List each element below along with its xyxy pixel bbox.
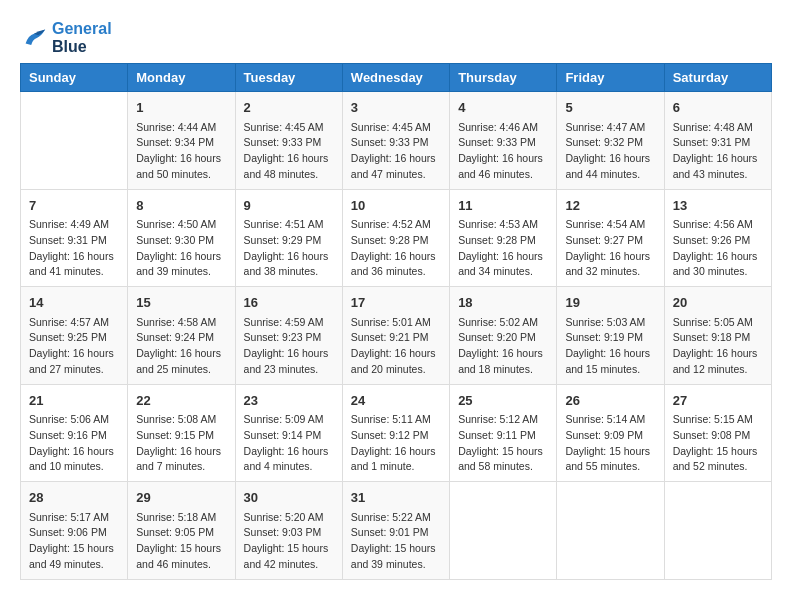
- day-number: 16: [244, 293, 334, 313]
- day-number: 23: [244, 391, 334, 411]
- calendar-cell: 16Sunrise: 4:59 AM Sunset: 9:23 PM Dayli…: [235, 287, 342, 385]
- day-number: 17: [351, 293, 441, 313]
- day-info: Sunrise: 5:09 AM Sunset: 9:14 PM Dayligh…: [244, 412, 334, 475]
- calendar-cell: 24Sunrise: 5:11 AM Sunset: 9:12 PM Dayli…: [342, 384, 449, 482]
- column-header-saturday: Saturday: [664, 64, 771, 92]
- day-number: 24: [351, 391, 441, 411]
- day-number: 22: [136, 391, 226, 411]
- calendar-cell: 4Sunrise: 4:46 AM Sunset: 9:33 PM Daylig…: [450, 92, 557, 190]
- column-header-thursday: Thursday: [450, 64, 557, 92]
- day-info: Sunrise: 5:11 AM Sunset: 9:12 PM Dayligh…: [351, 412, 441, 475]
- logo-icon: [20, 24, 48, 52]
- day-number: 7: [29, 196, 119, 216]
- day-number: 27: [673, 391, 763, 411]
- day-number: 29: [136, 488, 226, 508]
- day-number: 5: [565, 98, 655, 118]
- column-header-wednesday: Wednesday: [342, 64, 449, 92]
- day-info: Sunrise: 4:44 AM Sunset: 9:34 PM Dayligh…: [136, 120, 226, 183]
- calendar-cell: 29Sunrise: 5:18 AM Sunset: 9:05 PM Dayli…: [128, 482, 235, 580]
- day-number: 21: [29, 391, 119, 411]
- day-number: 8: [136, 196, 226, 216]
- day-number: 3: [351, 98, 441, 118]
- calendar-cell: 17Sunrise: 5:01 AM Sunset: 9:21 PM Dayli…: [342, 287, 449, 385]
- column-header-sunday: Sunday: [21, 64, 128, 92]
- day-number: 13: [673, 196, 763, 216]
- day-info: Sunrise: 4:56 AM Sunset: 9:26 PM Dayligh…: [673, 217, 763, 280]
- day-info: Sunrise: 4:47 AM Sunset: 9:32 PM Dayligh…: [565, 120, 655, 183]
- day-number: 18: [458, 293, 548, 313]
- day-info: Sunrise: 4:50 AM Sunset: 9:30 PM Dayligh…: [136, 217, 226, 280]
- calendar-cell: 31Sunrise: 5:22 AM Sunset: 9:01 PM Dayli…: [342, 482, 449, 580]
- day-info: Sunrise: 4:48 AM Sunset: 9:31 PM Dayligh…: [673, 120, 763, 183]
- day-number: 30: [244, 488, 334, 508]
- calendar-cell: 9Sunrise: 4:51 AM Sunset: 9:29 PM Daylig…: [235, 189, 342, 287]
- day-info: Sunrise: 5:15 AM Sunset: 9:08 PM Dayligh…: [673, 412, 763, 475]
- day-number: 2: [244, 98, 334, 118]
- calendar-table: SundayMondayTuesdayWednesdayThursdayFrid…: [20, 63, 772, 580]
- calendar-cell: [450, 482, 557, 580]
- day-number: 25: [458, 391, 548, 411]
- calendar-cell: 6Sunrise: 4:48 AM Sunset: 9:31 PM Daylig…: [664, 92, 771, 190]
- week-row-4: 21Sunrise: 5:06 AM Sunset: 9:16 PM Dayli…: [21, 384, 772, 482]
- day-number: 1: [136, 98, 226, 118]
- page-header: General Blue: [20, 20, 772, 55]
- calendar-cell: 2Sunrise: 4:45 AM Sunset: 9:33 PM Daylig…: [235, 92, 342, 190]
- week-row-3: 14Sunrise: 4:57 AM Sunset: 9:25 PM Dayli…: [21, 287, 772, 385]
- column-header-tuesday: Tuesday: [235, 64, 342, 92]
- day-info: Sunrise: 4:54 AM Sunset: 9:27 PM Dayligh…: [565, 217, 655, 280]
- calendar-cell: 3Sunrise: 4:45 AM Sunset: 9:33 PM Daylig…: [342, 92, 449, 190]
- day-info: Sunrise: 5:17 AM Sunset: 9:06 PM Dayligh…: [29, 510, 119, 573]
- day-number: 28: [29, 488, 119, 508]
- day-info: Sunrise: 5:06 AM Sunset: 9:16 PM Dayligh…: [29, 412, 119, 475]
- logo-text: General Blue: [52, 20, 112, 55]
- day-info: Sunrise: 5:12 AM Sunset: 9:11 PM Dayligh…: [458, 412, 548, 475]
- day-info: Sunrise: 5:08 AM Sunset: 9:15 PM Dayligh…: [136, 412, 226, 475]
- column-header-friday: Friday: [557, 64, 664, 92]
- calendar-cell: 1Sunrise: 4:44 AM Sunset: 9:34 PM Daylig…: [128, 92, 235, 190]
- day-info: Sunrise: 4:45 AM Sunset: 9:33 PM Dayligh…: [244, 120, 334, 183]
- column-header-monday: Monday: [128, 64, 235, 92]
- week-row-1: 1Sunrise: 4:44 AM Sunset: 9:34 PM Daylig…: [21, 92, 772, 190]
- day-number: 19: [565, 293, 655, 313]
- day-number: 12: [565, 196, 655, 216]
- calendar-cell: 18Sunrise: 5:02 AM Sunset: 9:20 PM Dayli…: [450, 287, 557, 385]
- day-info: Sunrise: 5:05 AM Sunset: 9:18 PM Dayligh…: [673, 315, 763, 378]
- calendar-cell: 14Sunrise: 4:57 AM Sunset: 9:25 PM Dayli…: [21, 287, 128, 385]
- day-info: Sunrise: 5:18 AM Sunset: 9:05 PM Dayligh…: [136, 510, 226, 573]
- calendar-cell: [557, 482, 664, 580]
- calendar-cell: 8Sunrise: 4:50 AM Sunset: 9:30 PM Daylig…: [128, 189, 235, 287]
- day-number: 26: [565, 391, 655, 411]
- calendar-cell: 21Sunrise: 5:06 AM Sunset: 9:16 PM Dayli…: [21, 384, 128, 482]
- day-number: 15: [136, 293, 226, 313]
- calendar-cell: 5Sunrise: 4:47 AM Sunset: 9:32 PM Daylig…: [557, 92, 664, 190]
- day-info: Sunrise: 4:58 AM Sunset: 9:24 PM Dayligh…: [136, 315, 226, 378]
- logo: General Blue: [20, 20, 112, 55]
- day-number: 20: [673, 293, 763, 313]
- calendar-cell: 23Sunrise: 5:09 AM Sunset: 9:14 PM Dayli…: [235, 384, 342, 482]
- day-number: 4: [458, 98, 548, 118]
- calendar-cell: 19Sunrise: 5:03 AM Sunset: 9:19 PM Dayli…: [557, 287, 664, 385]
- day-info: Sunrise: 5:14 AM Sunset: 9:09 PM Dayligh…: [565, 412, 655, 475]
- calendar-cell: 13Sunrise: 4:56 AM Sunset: 9:26 PM Dayli…: [664, 189, 771, 287]
- calendar-cell: 20Sunrise: 5:05 AM Sunset: 9:18 PM Dayli…: [664, 287, 771, 385]
- calendar-cell: [21, 92, 128, 190]
- day-info: Sunrise: 4:52 AM Sunset: 9:28 PM Dayligh…: [351, 217, 441, 280]
- header-row: SundayMondayTuesdayWednesdayThursdayFrid…: [21, 64, 772, 92]
- day-info: Sunrise: 4:46 AM Sunset: 9:33 PM Dayligh…: [458, 120, 548, 183]
- day-info: Sunrise: 5:02 AM Sunset: 9:20 PM Dayligh…: [458, 315, 548, 378]
- day-info: Sunrise: 4:45 AM Sunset: 9:33 PM Dayligh…: [351, 120, 441, 183]
- day-info: Sunrise: 4:57 AM Sunset: 9:25 PM Dayligh…: [29, 315, 119, 378]
- calendar-cell: 22Sunrise: 5:08 AM Sunset: 9:15 PM Dayli…: [128, 384, 235, 482]
- day-info: Sunrise: 4:51 AM Sunset: 9:29 PM Dayligh…: [244, 217, 334, 280]
- day-info: Sunrise: 5:01 AM Sunset: 9:21 PM Dayligh…: [351, 315, 441, 378]
- week-row-2: 7Sunrise: 4:49 AM Sunset: 9:31 PM Daylig…: [21, 189, 772, 287]
- calendar-cell: 28Sunrise: 5:17 AM Sunset: 9:06 PM Dayli…: [21, 482, 128, 580]
- week-row-5: 28Sunrise: 5:17 AM Sunset: 9:06 PM Dayli…: [21, 482, 772, 580]
- day-info: Sunrise: 4:49 AM Sunset: 9:31 PM Dayligh…: [29, 217, 119, 280]
- day-info: Sunrise: 4:59 AM Sunset: 9:23 PM Dayligh…: [244, 315, 334, 378]
- calendar-cell: 7Sunrise: 4:49 AM Sunset: 9:31 PM Daylig…: [21, 189, 128, 287]
- day-number: 11: [458, 196, 548, 216]
- calendar-cell: 15Sunrise: 4:58 AM Sunset: 9:24 PM Dayli…: [128, 287, 235, 385]
- day-number: 9: [244, 196, 334, 216]
- day-info: Sunrise: 5:03 AM Sunset: 9:19 PM Dayligh…: [565, 315, 655, 378]
